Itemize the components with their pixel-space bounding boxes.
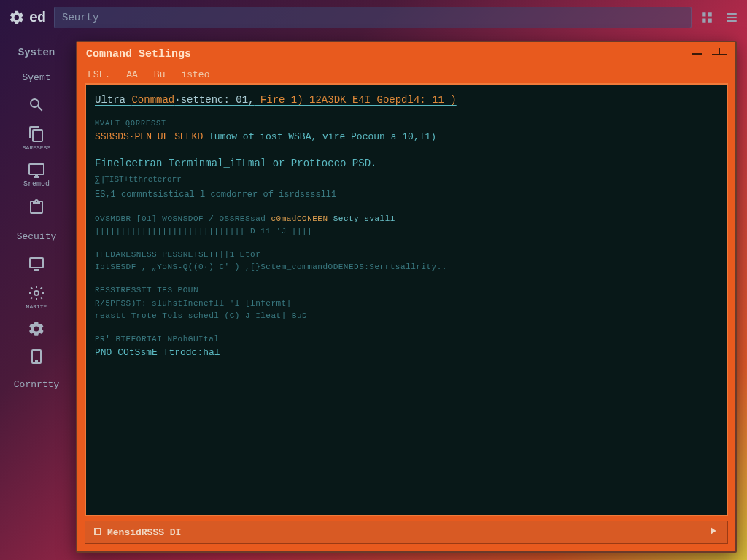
terminal-title: Comnand Setlings bbox=[86, 48, 191, 61]
terminal-body[interactable]: Ultra Conmmad·settenc: 01, Fire 1)_12A3D… bbox=[85, 83, 728, 516]
svg-rect-4 bbox=[727, 13, 737, 15]
svg-point-9 bbox=[34, 291, 39, 295]
sidebar-item-system[interactable]: Systen bbox=[4, 42, 69, 63]
sidebar-item-display[interactable] bbox=[4, 251, 69, 279]
terminal-block-5: RESSTRESSTT TES POUN R/5PFSS)T: sluhstIn… bbox=[95, 284, 718, 323]
address-text: Seurty bbox=[62, 12, 98, 23]
gear-icon bbox=[9, 9, 25, 26]
terminal-block-4: TFEDARESNESS PESSRETSETT||1 Etor IbtSESD… bbox=[95, 249, 718, 274]
menu-item-1[interactable]: AA bbox=[126, 69, 138, 80]
sidebar-item-cornrtty[interactable]: Cornrtty bbox=[4, 371, 69, 397]
terminal-block-2: Finelcetran Terminmal_iTLmal or Prottocc… bbox=[95, 155, 718, 202]
menu-item-2[interactable]: Bu bbox=[154, 69, 166, 80]
terminal-titlebar[interactable]: Comnand Setlings bbox=[77, 42, 735, 66]
svg-rect-6 bbox=[727, 20, 737, 22]
menu-item-0[interactable]: LSL. bbox=[88, 69, 110, 80]
svg-rect-7 bbox=[30, 258, 43, 268]
play-button[interactable] bbox=[707, 525, 719, 540]
terminal-block-3: OVSMDBR [01] WOSNSDOF / OSSRESsad c0madC… bbox=[95, 213, 718, 238]
sidebar-item-security[interactable]: Secuity bbox=[4, 223, 69, 249]
status-left: MensidRSSS DI bbox=[94, 527, 181, 538]
svg-rect-8 bbox=[34, 269, 39, 271]
sidebar-item-clipboard[interactable] bbox=[4, 194, 69, 222]
sidebar-item-device[interactable] bbox=[4, 343, 69, 370]
sidebar-item-monitor[interactable]: Sremod bbox=[4, 157, 69, 192]
terminal-window: Comnand Setlings LSL. AA Bu isteo Ultra … bbox=[76, 41, 737, 553]
terminal-statusbar: MensidRSSS DI bbox=[85, 521, 728, 544]
monitor-icon bbox=[28, 161, 45, 179]
terminal-header-line: Ultra Conmmad·settenc: 01, Fire 1)_12A3D… bbox=[95, 92, 457, 108]
list-icon[interactable] bbox=[725, 11, 738, 24]
grid-icon[interactable] bbox=[700, 11, 713, 24]
sidebar-item-settings2[interactable]: MARITE bbox=[4, 280, 69, 314]
content-region: Comnand Setlings LSL. AA Bu isteo Ultra … bbox=[73, 35, 747, 560]
window-controls bbox=[692, 48, 727, 60]
menu-item-3[interactable]: isteo bbox=[181, 69, 209, 80]
address-bar[interactable]: Seurty bbox=[54, 7, 692, 28]
sidebar-item-docs[interactable]: SARESESS bbox=[4, 121, 69, 155]
sidebar: Systen Syemt SARESESS Sremod Secuity bbox=[0, 35, 73, 560]
terminal-block-6: PR' BTEEORTAI NPohGUItal PNO COtSsmE Ttr… bbox=[95, 333, 718, 361]
svg-rect-5 bbox=[727, 17, 737, 18]
svg-rect-1 bbox=[708, 12, 712, 16]
document-stack-icon bbox=[28, 125, 45, 143]
svg-rect-3 bbox=[708, 19, 712, 23]
minimize-button[interactable] bbox=[692, 53, 702, 55]
play-icon bbox=[707, 525, 719, 537]
svg-rect-0 bbox=[702, 12, 705, 16]
main-region: Systen Syemt SARESESS Sremod Secuity bbox=[0, 35, 747, 560]
terminal-block-1: MVALT QORRESST SSBSDS·PEN UL SEEKD Tumow… bbox=[95, 118, 718, 145]
top-bar: ed Seurty bbox=[0, 0, 747, 35]
stop-icon[interactable] bbox=[94, 528, 101, 535]
app-brand: ed bbox=[9, 9, 45, 26]
svg-rect-11 bbox=[35, 360, 38, 362]
sidebar-item-syemt[interactable]: Syemt bbox=[4, 64, 69, 90]
sidebar-item-search[interactable] bbox=[4, 92, 69, 120]
sidebar-item-gear3[interactable] bbox=[4, 316, 69, 342]
cog-icon bbox=[28, 284, 45, 302]
display-icon bbox=[28, 255, 45, 273]
clipboard-icon bbox=[28, 198, 45, 216]
terminal-menubar: LSL. AA Bu isteo bbox=[77, 66, 735, 83]
gear-small-icon bbox=[28, 320, 45, 338]
restore-button[interactable] bbox=[712, 48, 727, 60]
topbar-right-controls bbox=[700, 11, 738, 24]
device-icon bbox=[28, 348, 45, 365]
svg-rect-2 bbox=[702, 19, 705, 23]
magnifier-icon bbox=[28, 96, 45, 114]
brand-text: ed bbox=[29, 9, 45, 26]
